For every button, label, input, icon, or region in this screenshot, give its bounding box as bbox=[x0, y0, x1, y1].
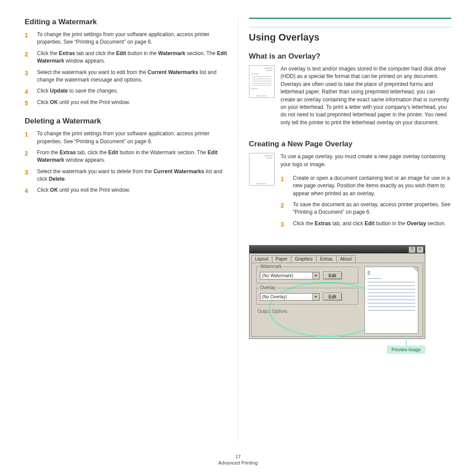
legend-watermark: Watermark bbox=[259, 264, 283, 269]
close-button[interactable]: × bbox=[416, 246, 424, 253]
steps-deleting-watermark: To change the print settings from your s… bbox=[25, 130, 227, 194]
step: To change the print settings from your s… bbox=[25, 31, 227, 46]
overlay-intro-row: Dear ABC Regards WORLD BEST An overlay i… bbox=[249, 65, 452, 133]
overlay-combo[interactable]: (No Overlay) bbox=[260, 293, 313, 301]
step: Click the Extras tab and click the Edit … bbox=[25, 50, 227, 65]
heading-creating-overlay: Creating a New Page Overlay bbox=[249, 140, 452, 149]
thumb-text: Dear ABC bbox=[251, 73, 272, 75]
left-column: Editing a Watermark To change the print … bbox=[18, 18, 238, 441]
steps-creating-overlay: Create or open a document containing tex… bbox=[281, 175, 452, 227]
printer-properties-dialog: ? × Layout Paper Graphics Extras About W… bbox=[249, 245, 425, 339]
legend-overlay: Overlay bbox=[259, 285, 277, 290]
callout-preview-image: Preview Image bbox=[387, 346, 425, 354]
help-button[interactable]: ? bbox=[409, 246, 416, 253]
step: Click Update to save the changes. bbox=[25, 87, 227, 95]
callout-line bbox=[406, 335, 407, 346]
thumbnail-blank-page-icon: WORLD BEST bbox=[249, 153, 275, 186]
heading-using-overlays: Using Overlays bbox=[249, 32, 452, 43]
page-footer: 17 Advanced Printing bbox=[0, 454, 476, 465]
chevron-down-icon[interactable]: ▼ bbox=[313, 272, 320, 279]
thumbnail-letterhead-icon: Dear ABC Regards WORLD BEST bbox=[249, 65, 275, 98]
output-options-label: Output Options bbox=[258, 309, 358, 314]
tab-graphics[interactable]: Graphics bbox=[291, 255, 316, 263]
step: From the Extras tab, click the Edit butt… bbox=[25, 149, 227, 164]
page-container: Editing a Watermark To change the print … bbox=[0, 0, 476, 441]
preview-letter: S bbox=[365, 271, 418, 275]
heading-deleting-watermark: Deleting a Watermark bbox=[25, 117, 227, 126]
step: Create or open a document containing tex… bbox=[281, 175, 452, 197]
watermark-edit-button[interactable]: Edit bbox=[323, 271, 342, 279]
step: Click OK until you exit the Print window… bbox=[25, 186, 227, 194]
chevron-down-icon[interactable]: ▼ bbox=[313, 293, 320, 301]
step: Select the watermark you want to edit fr… bbox=[25, 69, 227, 84]
thumb-footer: WORLD BEST bbox=[249, 183, 274, 185]
step: To save the document as an overlay, acce… bbox=[281, 201, 452, 216]
section-rule-gray bbox=[249, 27, 452, 27]
heading-editing-watermark: Editing a Watermark bbox=[25, 18, 227, 26]
right-column: Using Overlays What is an Overlay? Dear … bbox=[238, 18, 459, 441]
fieldset-overlay: Overlay (No Overlay) ▼ Edit bbox=[256, 288, 358, 305]
watermark-combo[interactable]: (No Watermark) bbox=[260, 272, 313, 279]
paragraph-overlay-intro: An overlay is text and/or images stored … bbox=[281, 65, 452, 126]
step: To change the print settings from your s… bbox=[25, 130, 227, 145]
tab-extras[interactable]: Extras bbox=[316, 255, 336, 263]
paragraph-creating-overlay: To use a page overlay, you must create a… bbox=[281, 153, 452, 168]
creating-overlay-row: WORLD BEST To use a page overlay, you mu… bbox=[249, 153, 452, 238]
tab-paper[interactable]: Paper bbox=[272, 255, 292, 263]
section-rule-green bbox=[249, 18, 452, 19]
step: Click OK until you exit the Print window… bbox=[25, 99, 227, 106]
overlay-edit-button[interactable]: Edit bbox=[323, 293, 342, 301]
fieldset-watermark: Watermark (No Watermark) ▼ Edit bbox=[256, 267, 358, 283]
tab-about[interactable]: About bbox=[336, 255, 356, 263]
dialog-panel: Watermark (No Watermark) ▼ Edit Overlay … bbox=[251, 263, 423, 337]
footer-label: Advanced Printing bbox=[218, 460, 257, 465]
preview-pane: S bbox=[364, 267, 418, 334]
thumb-footer: WORLD BEST bbox=[249, 95, 274, 97]
dialog-titlebar: ? × bbox=[249, 245, 425, 253]
tab-layout[interactable]: Layout bbox=[251, 255, 272, 263]
page-number: 17 bbox=[0, 454, 476, 459]
dialog-tabs: Layout Paper Graphics Extras About bbox=[249, 253, 425, 263]
step: Select the watermark you want to delete … bbox=[25, 168, 227, 183]
step: Click the Extras tab, and click Edit but… bbox=[281, 220, 452, 227]
heading-what-is-overlay: What is an Overlay? bbox=[249, 52, 452, 61]
steps-editing-watermark: To change the print settings from your s… bbox=[25, 31, 227, 106]
